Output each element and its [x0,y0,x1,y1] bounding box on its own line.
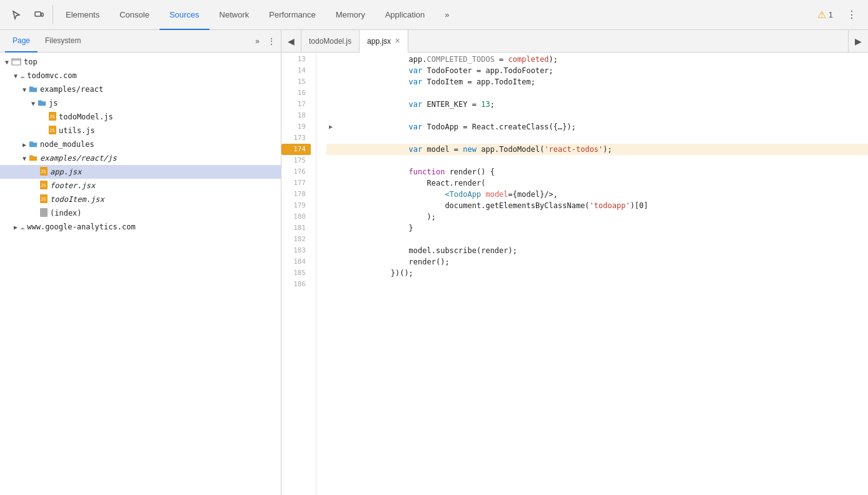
tab-sources[interactable]: Sources [159,0,209,30]
cursor-icon[interactable] [5,0,28,30]
tree-item-todomodel[interactable]: ▶ JS todoModel.js [0,110,281,124]
tab-elements[interactable]: Elements [56,0,109,30]
line-numbers: 13 14 15 16 17 18 19 173 174 175 176 177… [281,52,316,495]
editor-tab-todomodel[interactable]: todoModel.js [301,30,360,52]
file-index-icon [40,208,48,219]
label-todoitem-jsx: todoItem.jsx [50,195,104,204]
tab-application[interactable]: Application [375,0,435,30]
code-line-17: var ENTER_KEY = 13; [326,99,868,110]
tree-item-js[interactable]: ▼ js [0,96,281,110]
arrow-js: ▼ [29,100,38,107]
editor-tab-todomodel-label: todoModel.js [309,37,351,46]
warning-badge[interactable]: ⚠ 1 [812,6,838,23]
ln-185: 185 [281,268,311,279]
folder-examples-react-icon [29,84,38,95]
tree-item-utils[interactable]: ▶ JS utils.js [0,124,281,138]
folder-top-icon [11,56,21,68]
label-todomodel: todoModel.js [59,112,113,121]
label-examples-react: examples/react [40,85,103,94]
tab-page[interactable]: Page [5,30,38,52]
code-area[interactable]: 13 14 15 16 17 18 19 173 174 175 176 177… [281,52,868,495]
arrow-top: ▼ [3,59,11,66]
warning-count: 1 [829,10,833,19]
label-index: (index) [50,209,82,218]
expand-19[interactable]: ▶ [326,121,335,132]
label-footer-jsx: footer.jsx [50,181,95,190]
tab-memory[interactable]: Memory [326,0,375,30]
label-app-jsx: app.jsx [50,168,82,176]
tree-item-footer-jsx[interactable]: ▶ JS footer.jsx [0,179,281,192]
more-options-icon[interactable]: ⋮ [840,0,863,30]
svg-text:JS: JS [49,114,54,119]
editor-tabs: ◀ todoModel.js app.jsx ✕ ▶ [281,30,868,52]
more-tabs[interactable]: » [435,0,459,30]
file-footer-jsx-icon: JS [40,181,48,191]
right-panel: ◀ todoModel.js app.jsx ✕ ▶ 13 14 15 16 1… [281,30,868,495]
label-google-analytics: www.google-analytics.com [27,222,135,231]
svg-text:JS: JS [41,197,46,202]
file-tree: ▼ top ▼ ☁ todomvc.com ▼ [0,52,281,495]
svg-text:JS: JS [41,183,46,188]
svg-rect-13 [40,208,48,217]
folder-examples-react-js-icon [29,153,38,164]
svg-rect-1 [41,13,43,16]
nav-tabs: Elements Console Sources Network Perform… [56,0,812,29]
file-todoitem-jsx-icon: JS [40,194,48,205]
more-subtabs[interactable]: » [250,37,265,46]
editor-tab-arrow-right[interactable]: ▶ [848,30,868,52]
ln-173: 173 [281,132,311,144]
ln-175: 175 [281,155,311,166]
separator [53,5,53,24]
tree-item-node-modules[interactable]: ▶ node_modules [0,138,281,151]
ln-181: 181 [281,222,311,234]
editor-tab-close-icon[interactable]: ✕ [395,37,400,45]
folder-js-icon [38,98,46,109]
tree-item-examples-react[interactable]: ▼ examples/react [0,82,281,96]
ln-177: 177 [281,178,311,189]
cloud-google-analytics-icon: ☁ [20,222,24,231]
code-line-19: ▶ var TodoApp = React.createClass({…}); [326,121,868,132]
tree-item-todoitem-jsx[interactable]: ▶ JS todoItem.jsx [0,192,281,206]
editor-tab-app-jsx-label: app.jsx [367,37,391,46]
editor-tab-arrow-left[interactable]: ◀ [281,30,301,52]
tree-item-google-analytics[interactable]: ▶ ☁ www.google-analytics.com [0,220,281,234]
tab-filesystem[interactable]: Filesystem [38,30,88,52]
arrow-examples-react-js: ▼ [20,155,29,162]
folder-node-modules-icon [29,139,38,150]
tree-item-top[interactable]: ▼ top [0,55,281,69]
subtab-menu-icon[interactable]: ⋮ [267,36,276,46]
ln-179: 179 [281,200,311,211]
code-line-186 [326,279,868,290]
tab-console[interactable]: Console [109,0,159,30]
top-nav: Elements Console Sources Network Perform… [0,0,868,30]
ln-183: 183 [281,245,311,256]
editor-tab-app-jsx[interactable]: app.jsx ✕ [360,30,408,52]
tab-network[interactable]: Network [209,0,260,30]
ln-184: 184 [281,256,311,268]
file-utils-icon: JS [49,126,56,136]
svg-rect-0 [35,12,41,16]
ln-16: 16 [281,88,311,99]
ln-182: 182 [281,234,311,245]
ln-14: 14 [281,65,311,76]
tree-item-examples-react-js[interactable]: ▼ examples/react/js [0,151,281,165]
tree-item-app-jsx[interactable]: ▶ JS app.jsx [0,165,281,179]
ln-15: 15 [281,76,311,88]
nav-right: ⚠ 1 ⋮ [812,0,863,29]
arrow-node-modules: ▶ [20,141,29,148]
tab-performance[interactable]: Performance [259,0,325,30]
file-todomodel-icon: JS [49,112,56,122]
svg-text:JS: JS [41,169,46,174]
device-icon[interactable] [28,0,50,30]
label-node-modules: node_modules [40,140,94,149]
warning-icon: ⚠ [817,9,826,21]
code-line-181: } [326,222,868,234]
arrow-todomvc: ▼ [11,72,20,79]
ln-17: 17 [281,99,311,110]
tree-item-todomvc[interactable]: ▼ ☁ todomvc.com [0,69,281,82]
label-todomvc: todomvc.com [27,71,76,80]
ln-180: 180 [281,211,311,222]
arrow-google-analytics: ▶ [11,224,20,231]
tree-item-index[interactable]: ▶ (index) [0,206,281,220]
ln-176: 176 [281,166,311,178]
